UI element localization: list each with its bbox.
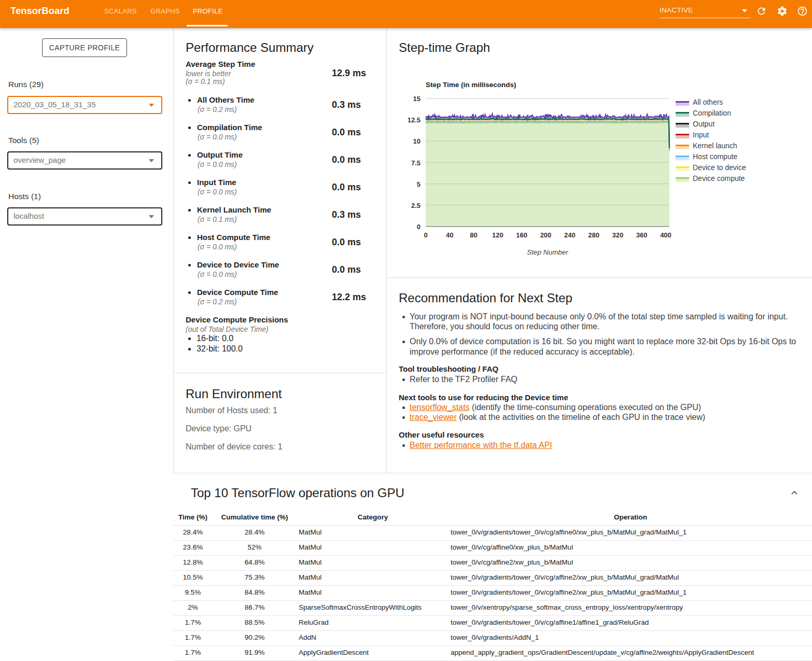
svg-text:7.5: 7.5 <box>411 159 421 167</box>
svg-text:400: 400 <box>660 231 671 239</box>
svg-text:2.5: 2.5 <box>411 202 421 209</box>
svg-text:Host compute: Host compute <box>693 152 738 161</box>
svg-text:12.5: 12.5 <box>408 116 421 124</box>
svg-text:0: 0 <box>424 231 427 239</box>
svg-text:5: 5 <box>417 180 421 188</box>
svg-text:160: 160 <box>516 231 527 239</box>
svg-text:200: 200 <box>540 231 552 239</box>
svg-text:All others: All others <box>693 98 723 106</box>
svg-text:0: 0 <box>417 223 421 231</box>
svg-text:Input: Input <box>693 131 709 139</box>
svg-text:Device compute: Device compute <box>693 174 745 182</box>
svg-text:240: 240 <box>564 231 576 239</box>
svg-text:Output: Output <box>693 120 715 128</box>
svg-text:Compilation: Compilation <box>693 109 731 117</box>
svg-text:Step Time (in milliseconds): Step Time (in milliseconds) <box>426 81 516 89</box>
svg-text:120: 120 <box>492 231 503 239</box>
svg-text:Kernel launch: Kernel launch <box>693 142 737 150</box>
svg-text:360: 360 <box>636 231 648 239</box>
svg-text:320: 320 <box>612 231 624 239</box>
svg-text:Step Number: Step Number <box>527 248 568 256</box>
svg-text:280: 280 <box>588 231 599 239</box>
svg-text:Device to device: Device to device <box>693 163 746 172</box>
svg-text:80: 80 <box>470 231 477 239</box>
svg-text:40: 40 <box>446 231 453 239</box>
svg-text:10: 10 <box>413 137 421 145</box>
svg-text:15: 15 <box>413 95 421 103</box>
